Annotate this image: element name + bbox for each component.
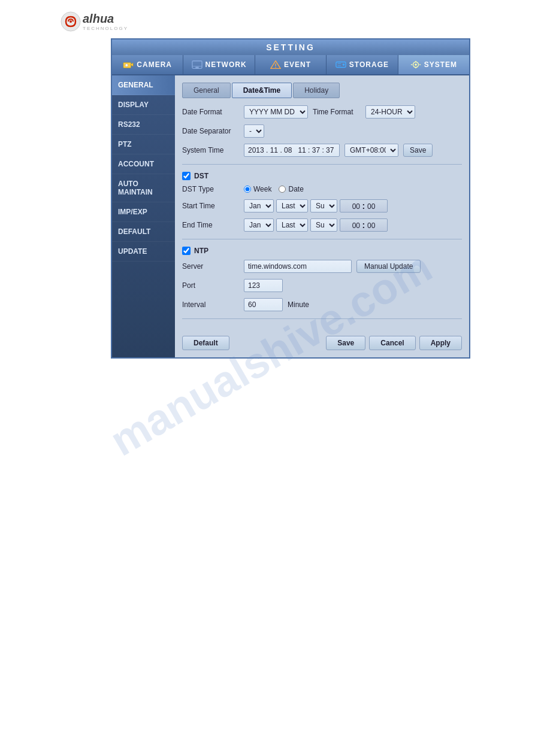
sidebar-item-default[interactable]: DEFAULT xyxy=(112,222,175,242)
date-format-row: Date Format YYYY MM DD Time Format 24-HO… xyxy=(182,105,462,119)
dst-type-week-label[interactable]: Week xyxy=(244,185,271,193)
nav-event-label: EVENT xyxy=(284,60,311,69)
sidebar-ptz-label: PTZ xyxy=(118,140,132,148)
manual-update-button[interactable]: Manual Update xyxy=(356,260,421,273)
dst-type-date-radio[interactable] xyxy=(279,186,286,193)
title-bar: SETTING xyxy=(112,40,469,55)
action-button-group: Save Cancel Apply xyxy=(326,336,462,350)
start-time-month-select[interactable]: Jan xyxy=(244,199,274,212)
apply-button[interactable]: Apply xyxy=(419,336,462,350)
date-separator-label: Date Separator xyxy=(182,127,239,135)
end-time-day-select[interactable]: Su xyxy=(310,218,337,232)
svg-rect-7 xyxy=(195,67,198,69)
cancel-button[interactable]: Cancel xyxy=(369,336,415,350)
interval-row: Interval Minute xyxy=(182,298,462,311)
dahua-logo-icon xyxy=(60,11,81,32)
ntp-section: NTP Server Manual Update Port xyxy=(182,247,462,311)
date-separator-row: Date Separator - . / xyxy=(182,125,462,138)
server-row: Server Manual Update xyxy=(182,260,462,273)
sidebar-item-account[interactable]: ACCOUNT xyxy=(112,154,175,174)
port-input[interactable] xyxy=(244,279,283,292)
dst-type-date-label[interactable]: Date xyxy=(279,185,303,193)
minute-label: Minute xyxy=(288,300,312,309)
nav-system-label: SYSTEM xyxy=(424,60,457,69)
system-time-input[interactable] xyxy=(244,144,340,157)
sidebar-item-rs232[interactable]: RS232 xyxy=(112,115,175,135)
port-row: Port xyxy=(182,279,462,292)
content-area: GENERAL DISPLAY RS232 PTZ ACCOUNT AUTO M… xyxy=(112,75,469,357)
top-nav: CAMERA NETWORK EVENT xyxy=(112,55,469,75)
interval-label: Interval xyxy=(182,300,239,309)
dst-type-week-radio[interactable] xyxy=(244,186,251,193)
camera-icon xyxy=(123,60,134,69)
sidebar: GENERAL DISPLAY RS232 PTZ ACCOUNT AUTO M… xyxy=(112,75,175,357)
dst-type-row: DST Type Week Date xyxy=(182,185,462,193)
nav-item-storage[interactable]: STORAGE xyxy=(327,55,398,74)
sidebar-item-imp-exp[interactable]: IMP/EXP xyxy=(112,202,175,222)
interval-input[interactable] xyxy=(244,298,283,311)
gmt-select[interactable]: GMT+08:00 xyxy=(344,144,398,157)
divider-3 xyxy=(182,318,462,319)
dst-type-radio-group: Week Date xyxy=(244,185,304,193)
main-container: SETTING CAMERA NETWORK E xyxy=(111,38,470,359)
main-panel: General Date&Time Holiday Date Format YY… xyxy=(175,75,469,357)
ntp-checkbox[interactable] xyxy=(182,247,191,255)
tab-date-time[interactable]: Date&Time xyxy=(232,83,292,98)
server-input[interactable] xyxy=(244,260,352,273)
sidebar-imp-exp-label: IMP/EXP xyxy=(118,208,147,216)
network-icon xyxy=(192,60,202,69)
default-button[interactable]: Default xyxy=(182,336,229,350)
svg-marker-3 xyxy=(131,63,134,66)
end-time-row: End Time Jan Last Su xyxy=(182,218,462,232)
start-time-label: Start Time xyxy=(182,202,239,210)
dst-checkbox[interactable] xyxy=(182,172,191,180)
nav-item-event[interactable]: EVENT xyxy=(255,55,327,74)
end-time-month-select[interactable]: Jan xyxy=(244,218,274,232)
nav-camera-label: CAMERA xyxy=(137,60,172,69)
form-section: Date Format YYYY MM DD Time Format 24-HO… xyxy=(182,105,462,350)
save-button[interactable]: Save xyxy=(326,336,365,350)
system-time-row: System Time GMT+08:00 Save xyxy=(182,144,462,157)
start-time-selects: Jan Last Su 00 : 00 xyxy=(244,199,388,212)
end-time-week-select[interactable]: Last xyxy=(276,218,308,232)
sidebar-update-label: UPDATE xyxy=(118,247,147,256)
start-time-week-select[interactable]: Last xyxy=(276,199,308,212)
date-format-select[interactable]: YYYY MM DD xyxy=(244,105,308,119)
sidebar-auto-maintain-label: AUTO MAINTAIN xyxy=(118,180,153,196)
start-time-value: 00 : 00 xyxy=(340,199,388,212)
start-time-row: Start Time Jan Last Su xyxy=(182,199,462,212)
event-icon xyxy=(270,60,281,69)
dst-section: DST DST Type Week Date xyxy=(182,172,462,232)
sidebar-account-label: ACCOUNT xyxy=(118,160,154,168)
sidebar-item-general[interactable]: GENERAL xyxy=(112,75,175,95)
sidebar-item-display[interactable]: DISPLAY xyxy=(112,95,175,115)
sidebar-display-label: DISPLAY xyxy=(118,101,149,109)
tab-general[interactable]: General xyxy=(182,83,231,98)
nav-network-label: NETWORK xyxy=(205,60,247,69)
logo-subtext: TECHNOLOGY xyxy=(83,26,128,31)
system-time-save-button[interactable]: Save xyxy=(403,144,433,157)
time-format-select[interactable]: 24-HOUR xyxy=(365,105,415,119)
button-row: Default Save Cancel Apply xyxy=(182,331,462,350)
time-format-label: Time Format xyxy=(313,108,361,116)
sidebar-item-ptz[interactable]: PTZ xyxy=(112,135,175,154)
ntp-label[interactable]: NTP xyxy=(194,247,208,255)
end-time-value: 00 : 00 xyxy=(340,218,388,232)
svg-point-1 xyxy=(69,20,72,23)
dst-label[interactable]: DST xyxy=(194,172,208,180)
tab-holiday[interactable]: Holiday xyxy=(293,83,340,98)
sidebar-item-update[interactable]: UPDATE xyxy=(112,242,175,262)
sidebar-item-auto-maintain[interactable]: AUTO MAINTAIN xyxy=(112,174,175,202)
start-time-day-select[interactable]: Su xyxy=(310,199,337,212)
svg-point-4 xyxy=(125,64,128,67)
dst-type-label: DST Type xyxy=(182,185,239,193)
end-time-label: End Time xyxy=(182,221,239,229)
nav-storage-label: STORAGE xyxy=(349,60,389,69)
nav-item-camera[interactable]: CAMERA xyxy=(112,55,183,74)
nav-item-system[interactable]: SYSTEM xyxy=(398,55,469,74)
nav-item-network[interactable]: NETWORK xyxy=(183,55,255,74)
logo-area: alhua TECHNOLOGY xyxy=(0,0,535,38)
tab-bar: General Date&Time Holiday xyxy=(182,83,462,98)
ntp-checkbox-row: NTP xyxy=(182,247,462,255)
date-separator-select[interactable]: - . / xyxy=(244,125,264,138)
